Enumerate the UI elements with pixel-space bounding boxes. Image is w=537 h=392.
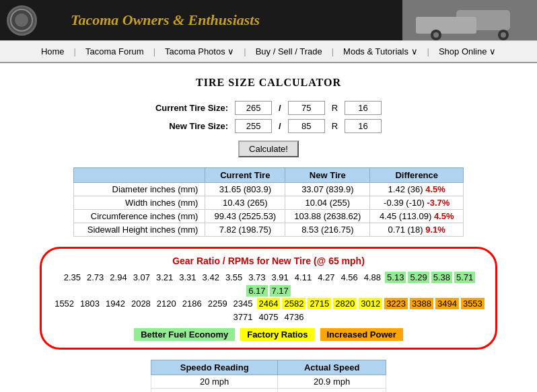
calculate-button[interactable]: Calculate! xyxy=(238,141,299,157)
rpm-cell: 1942 xyxy=(104,298,127,309)
rpm-cell: 2028 xyxy=(129,298,153,309)
new-rim-input[interactable] xyxy=(345,119,382,133)
new-width-input[interactable] xyxy=(235,119,272,133)
ratio-cell: 3.21 xyxy=(154,272,175,283)
nav-home[interactable]: Home xyxy=(32,41,74,62)
new-value: 103.88 (2638.62) xyxy=(285,210,370,223)
col-header-label xyxy=(74,168,205,183)
current-value: 7.82 (198.75) xyxy=(205,223,285,237)
svg-point-1 xyxy=(15,13,28,27)
ratio-cell-green: 5.29 xyxy=(408,272,429,283)
header-truck-image xyxy=(402,0,537,40)
ratio-cell: 4.27 xyxy=(316,272,336,283)
results-table: Current Tire New Tire Difference Diamete… xyxy=(73,167,464,237)
current-width-input[interactable] xyxy=(235,101,272,115)
ratio-cell-green: 5.71 xyxy=(454,272,475,283)
diff-value: 0.71 (18) 9.1% xyxy=(370,223,464,237)
ratio-cell: 2.94 xyxy=(108,272,129,283)
ratio-cell: 3.91 xyxy=(270,272,291,283)
nav-photos[interactable]: Tacoma Photos ∨ xyxy=(155,41,244,62)
rpm-cell: 2345 xyxy=(231,298,255,309)
speedo-row: 20 mph 20.9 mph xyxy=(151,375,386,389)
speedo-reading: 20 mph xyxy=(151,375,278,389)
rpm-cell-yellow: 2582 xyxy=(282,298,306,309)
nav-mods[interactable]: Mods & Tutorials ∨ xyxy=(334,41,427,62)
rpm-row: 1552 1803 1942 2028 2120 2186 2259 2345 … xyxy=(52,298,485,323)
rpm-cell: 2186 xyxy=(180,298,204,309)
table-row: Width inches (mm) 10.43 (265) 10.04 (255… xyxy=(74,196,464,210)
legend-fuel-economy: Better Fuel Economy xyxy=(134,328,235,341)
rpm-cell-yellow: 3012 xyxy=(359,298,382,309)
gear-legend: Better Fuel Economy Factory Ratios Incre… xyxy=(52,328,485,341)
nav-trade[interactable]: Buy / Sell / Trade xyxy=(246,41,332,62)
ratio-cell: 4.88 xyxy=(362,272,383,283)
rpm-cell-orange: 3494 xyxy=(435,298,459,309)
gear-ratios-row: 2.35 2.73 2.94 3.07 3.21 3.31 3.42 3.55 … xyxy=(52,272,485,297)
new-tire-label: New Tire Size: xyxy=(152,117,231,135)
ratio-cell: 3.07 xyxy=(131,272,152,283)
table-row: Diameter inches (mm) 31.65 (803.9) 33.07… xyxy=(74,183,464,196)
current-value: 10.43 (265) xyxy=(205,196,285,210)
speedo-col-header: Speedo Reading xyxy=(151,360,278,375)
rpm-cell-yellow: 2820 xyxy=(333,298,357,309)
diff-value: -0.39 (-10) -3.7% xyxy=(370,196,464,210)
ratio-cell-green: 5.38 xyxy=(431,272,452,283)
ratio-cell-green: 6.17 xyxy=(246,285,267,297)
nav-forum[interactable]: Tacoma Forum xyxy=(76,41,153,62)
rpm-cell: 4075 xyxy=(257,311,281,323)
speedo-table: Speedo Reading Actual Speed 20 mph 20.9 … xyxy=(151,360,386,392)
actual-speed: 20.9 mph xyxy=(278,375,386,389)
row-label: Sidewall Height inches (mm) xyxy=(74,223,205,237)
diff-value: 4.45 (113.09) 4.5% xyxy=(370,210,464,223)
ratio-cell: 3.73 xyxy=(246,272,267,283)
actual-speed: 26.12 mph xyxy=(278,389,386,393)
svg-point-8 xyxy=(501,32,506,38)
main-nav: Home | Tacoma Forum | Tacoma Photos ∨ | … xyxy=(0,40,537,63)
calculate-button-row: Calculate! xyxy=(13,141,524,157)
rpm-cell-orange: 3553 xyxy=(461,298,485,309)
col-header-new: New Tire xyxy=(285,168,370,183)
rpm-cell: 1803 xyxy=(78,298,102,309)
table-row: Sidewall Height inches (mm) 7.82 (198.75… xyxy=(74,223,464,237)
page-title: Tire Size Calculator xyxy=(13,77,524,89)
main-content: Tire Size Calculator Current Tire Size: … xyxy=(0,63,537,392)
col-header-current: Current Tire xyxy=(205,168,285,183)
ratio-cell: 3.42 xyxy=(201,272,221,283)
legend-increased-power: Increased Power xyxy=(320,328,403,341)
rpm-cell-orange: 3388 xyxy=(410,298,433,309)
legend-factory-ratios: Factory Ratios xyxy=(240,328,314,341)
ratio-cell-green: 7.17 xyxy=(270,285,291,297)
ratio-cell: 3.31 xyxy=(177,272,198,283)
ratio-cell: 4.11 xyxy=(293,272,314,283)
gear-ratio-section: Gear Ratio / RPMs for New Tire (@ 65 mph… xyxy=(40,247,497,350)
ratio-cell-green: 5.13 xyxy=(385,272,406,283)
new-aspect-input[interactable] xyxy=(288,119,325,133)
site-logo: Tacoma Owners & Enthusiasts xyxy=(71,11,260,29)
col-header-diff: Difference xyxy=(370,168,464,183)
ratio-cell: 2.73 xyxy=(85,272,106,283)
rpm-cell-yellow: 2715 xyxy=(308,298,331,309)
site-header: Tacoma Owners & Enthusiasts xyxy=(0,0,537,40)
rpm-cell: 3771 xyxy=(231,311,255,323)
current-aspect-input[interactable] xyxy=(288,101,325,115)
ratio-cell: 2.35 xyxy=(62,272,83,283)
row-label: Circumference inches (mm) xyxy=(74,210,205,223)
svg-rect-4 xyxy=(416,17,476,34)
rpm-cell-orange: 3223 xyxy=(384,298,408,309)
current-rim-input[interactable] xyxy=(345,101,382,115)
speedo-reading: 25 mph xyxy=(151,389,278,393)
speedo-row: 25 mph 26.12 mph xyxy=(151,389,386,393)
ratio-cell: 4.56 xyxy=(338,272,359,283)
table-row: Circumference inches (mm) 99.43 (2525.53… xyxy=(74,210,464,223)
site-emblem xyxy=(7,5,37,36)
rpm-cell-yellow: 2464 xyxy=(257,298,281,309)
current-tire-label: Current Tire Size: xyxy=(152,99,231,117)
current-value: 99.43 (2525.53) xyxy=(205,210,285,223)
ratio-cell: 3.55 xyxy=(223,272,244,283)
svg-point-7 xyxy=(433,32,439,38)
diff-value: 1.42 (36) 4.5% xyxy=(370,183,464,196)
actual-col-header: Actual Speed xyxy=(278,360,386,375)
speedo-section: Speedo Reading Actual Speed 20 mph 20.9 … xyxy=(151,360,386,392)
gear-title: Gear Ratio / RPMs for New Tire (@ 65 mph… xyxy=(52,256,485,266)
nav-shop[interactable]: Shop Online ∨ xyxy=(429,41,505,62)
